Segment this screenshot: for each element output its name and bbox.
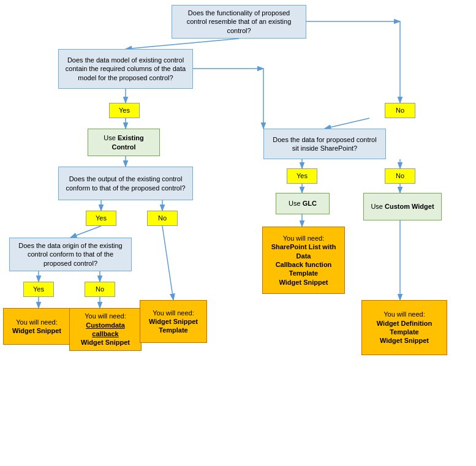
yes-3-box: Yes [23,282,54,297]
yes-1-box: Yes [109,103,140,118]
need-3-text: You will need:Widget SnippetTemplate [149,309,198,335]
flowchart-diagram: Does the functionality of proposed contr… [0,0,476,466]
no-2-box: No [147,211,178,226]
yes-3-label: Yes [33,285,44,293]
question-1-text: Does the functionality of proposed contr… [177,9,301,35]
no-top-box: No [385,103,415,118]
question-2-text: Does the data model of existing control … [64,56,187,82]
svg-line-17 [325,118,369,129]
yes-5-label: Yes [297,171,308,180]
yes-2-label: Yes [96,214,107,222]
need-1-box: You will need:Widget Snippet [3,308,70,345]
question-3-text: Does the output of the existing control … [64,175,187,192]
question-4-text: Does the data origin of the existing con… [15,241,126,268]
yes-2-box: Yes [86,211,116,226]
svg-line-9 [70,226,101,238]
question-5-box: Does the data for proposed control sit i… [263,129,386,159]
use-custom-widget-box: Use Custom Widget [363,193,442,220]
question-1-box: Does the functionality of proposed contr… [172,5,306,39]
yes-1-label: Yes [119,106,130,115]
need-1-text: You will need:Widget Snippet [12,318,61,336]
svg-line-10 [162,226,173,300]
yes-5-box: Yes [287,168,317,184]
no-3-label: No [96,285,104,293]
use-existing-control-box: Use Existing Control [88,129,160,156]
need-5-box: You will need:Widget Definition Template… [361,300,447,355]
question-2-box: Does the data model of existing control … [58,49,193,89]
question-4-box: Does the data origin of the existing con… [9,238,132,271]
need-3-box: You will need:Widget SnippetTemplate [140,300,207,343]
question-5-text: Does the data for proposed control sit i… [269,135,380,153]
no-5-box: No [385,168,415,184]
need-5-text: You will need:Widget Definition Template… [367,310,442,345]
need-2-box: You will need:Customdata callbackWidget … [69,308,142,351]
no-top-label: No [396,106,404,115]
use-glc-label: Use GLC [289,199,317,208]
need-4-text: You will need:SharePoint List with DataC… [268,234,339,287]
use-glc-box: Use GLC [276,193,330,214]
no-2-label: No [158,214,167,222]
need-2-text: You will need:Customdata callbackWidget … [75,312,136,347]
need-4-box: You will need:SharePoint List with DataC… [262,227,345,294]
svg-line-1 [126,39,239,49]
question-3-box: Does the output of the existing control … [58,167,193,200]
no-5-label: No [396,171,404,180]
use-custom-widget-label: Use Custom Widget [371,202,434,211]
use-existing-control-label: Use Existing Control [93,133,154,151]
no-3-box: No [85,282,115,297]
